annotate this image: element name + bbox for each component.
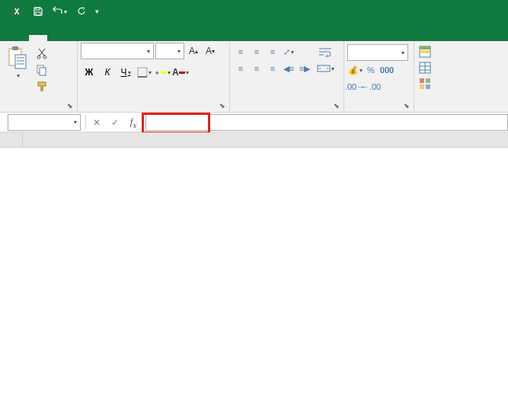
bold-button[interactable]: Ж [81, 64, 97, 81]
tab-file[interactable] [17, 35, 29, 41]
clipboard-dialog-launcher[interactable]: ⬊ [65, 101, 75, 110]
group-clipboard-label [3, 109, 74, 111]
align-bottom-icon[interactable]: ≡ [265, 44, 280, 59]
tab-formulas[interactable] [84, 35, 102, 41]
svg-rect-5 [12, 46, 18, 50]
decrease-font-icon[interactable]: A▾ [203, 43, 218, 59]
tab-review[interactable] [120, 35, 139, 41]
undo-icon[interactable]: ▾ [49, 2, 70, 21]
select-all-corner[interactable] [0, 132, 23, 147]
svg-rect-2 [36, 8, 40, 10]
align-right-icon[interactable]: ≡ [265, 61, 280, 76]
accounting-format-icon[interactable]: 💰▾ [347, 62, 363, 78]
svg-rect-29 [426, 84, 430, 89]
group-alignment: ≡ ≡ ≡ ⤢▾ ≡ ≡ ≡ ◀≡ ≡▶ ▾ ⬊ [230, 41, 344, 112]
align-left-icon[interactable]: ≡ [233, 61, 248, 76]
formula-input[interactable] [146, 115, 507, 130]
excel-icon[interactable]: X [6, 2, 27, 21]
number-format-combo[interactable]: ▾ [347, 44, 408, 61]
paste-button[interactable]: ▾ [3, 44, 30, 81]
name-box[interactable]: ▾ [8, 114, 81, 131]
svg-rect-21 [420, 50, 430, 53]
align-top-icon[interactable]: ≡ [233, 44, 248, 59]
ribbon: ▾ ⬊ ▾ ▾ A▴ A▾ Ж К Ч▾ ▾ ▾ [0, 41, 508, 113]
underline-button[interactable]: Ч▾ [117, 64, 134, 81]
format-as-table-button[interactable] [417, 60, 436, 75]
cancel-formula-icon[interactable]: ✕ [88, 114, 106, 131]
insert-function-icon[interactable]: fx [124, 114, 142, 131]
svg-rect-14 [38, 82, 46, 86]
percent-format-icon[interactable]: % [363, 62, 379, 78]
ribbon-tabs [0, 23, 508, 41]
formula-bar: ▾ ✕ ✓ fx [0, 113, 508, 132]
quick-access-toolbar: X ▾ ▾ [0, 0, 102, 23]
fill-color-button[interactable]: ▾ [154, 64, 171, 81]
decrease-indent-icon[interactable]: ◀≡ [281, 61, 296, 76]
save-icon[interactable] [27, 2, 49, 21]
font-name-combo[interactable]: ▾ [81, 43, 154, 59]
font-size-combo[interactable]: ▾ [155, 43, 184, 59]
group-font: ▾ ▾ A▴ A▾ Ж К Ч▾ ▾ ▾ A▾ ⬊ [78, 41, 230, 112]
align-center-icon[interactable]: ≡ [249, 61, 264, 76]
tab-home[interactable] [29, 35, 47, 41]
align-middle-icon[interactable]: ≡ [249, 44, 264, 59]
tab-view[interactable] [139, 35, 157, 41]
alignment-dialog-launcher[interactable]: ⬊ [332, 101, 341, 110]
group-alignment-label [233, 109, 340, 111]
font-color-button[interactable]: A▾ [172, 64, 189, 81]
group-clipboard: ▾ ⬊ [0, 41, 78, 112]
borders-button[interactable]: ▾ [136, 64, 152, 81]
tab-insert[interactable] [47, 35, 65, 41]
decrease-decimal-icon[interactable]: ←.00 [363, 79, 379, 94]
column-headers [0, 132, 508, 148]
redo-icon[interactable] [70, 2, 91, 21]
group-number: ▾ 💰▾ % 000 .00→ ←.00 ⬊ [344, 41, 414, 112]
wrap-text-icon[interactable] [315, 44, 335, 59]
tab-data[interactable] [102, 35, 120, 41]
group-styles [414, 41, 508, 112]
number-dialog-launcher[interactable]: ⬊ [402, 101, 411, 110]
paste-icon [6, 46, 27, 72]
cell-styles-button[interactable] [417, 76, 436, 91]
increase-font-icon[interactable]: A▴ [186, 43, 201, 59]
qat-customize-icon[interactable]: ▾ [91, 2, 102, 21]
sheet-area [0, 132, 508, 420]
format-painter-icon[interactable] [34, 79, 50, 94]
group-font-label [81, 109, 226, 111]
orientation-icon[interactable]: ⤢▾ [281, 44, 296, 59]
font-dialog-launcher[interactable]: ⬊ [218, 101, 227, 110]
group-number-label [347, 109, 411, 111]
enter-formula-icon[interactable]: ✓ [106, 114, 124, 131]
svg-rect-28 [420, 84, 424, 89]
merge-center-icon[interactable]: ▾ [315, 61, 335, 76]
group-styles-label [417, 109, 505, 111]
svg-rect-26 [420, 78, 424, 83]
svg-rect-6 [15, 55, 26, 68]
formula-input-wrap [145, 114, 508, 131]
svg-text:X: X [14, 8, 20, 16]
cut-icon[interactable] [34, 46, 50, 61]
copy-icon[interactable] [34, 62, 50, 78]
increase-indent-icon[interactable]: ≡▶ [297, 61, 312, 76]
comma-format-icon[interactable]: 000 [379, 62, 395, 78]
svg-rect-20 [420, 46, 430, 49]
svg-rect-13 [40, 68, 46, 75]
tab-page-layout[interactable] [65, 35, 84, 41]
svg-rect-15 [40, 86, 43, 91]
svg-rect-16 [138, 68, 147, 77]
conditional-formatting-button[interactable] [417, 44, 436, 59]
italic-button[interactable]: К [99, 64, 116, 81]
svg-rect-27 [426, 78, 430, 83]
title-bar: X ▾ ▾ [0, 0, 508, 23]
